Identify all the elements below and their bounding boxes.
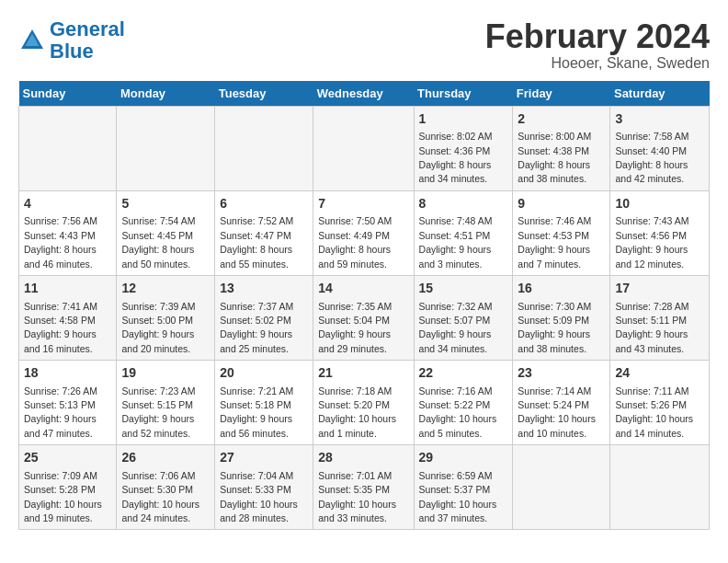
weekday-header: Thursday: [414, 81, 513, 107]
page-title: February 2024: [485, 18, 710, 55]
weekday-header: Saturday: [610, 81, 710, 107]
weekday-header: Wednesday: [313, 81, 414, 107]
day-number: 16: [518, 280, 605, 298]
day-info: Sunrise: 7:37 AMSunset: 5:02 PMDaylight:…: [220, 301, 293, 354]
logo: General Blue: [18, 18, 125, 63]
day-info: Sunrise: 7:48 AMSunset: 4:51 PMDaylight:…: [419, 215, 493, 269]
calendar-cell: 16Sunrise: 7:30 AMSunset: 5:09 PMDayligh…: [513, 275, 610, 360]
logo-line1: General: [50, 17, 125, 40]
weekday-header-row: SundayMondayTuesdayWednesdayThursdayFrid…: [19, 81, 710, 107]
calendar-cell: 2Sunrise: 8:00 AMSunset: 4:38 PMDaylight…: [513, 106, 610, 190]
day-number: 8: [419, 195, 508, 213]
day-number: 10: [615, 195, 704, 213]
calendar-cell: 15Sunrise: 7:32 AMSunset: 5:07 PMDayligh…: [414, 275, 513, 360]
day-number: 24: [615, 364, 704, 383]
day-number: 9: [518, 195, 605, 213]
weekday-header: Sunday: [19, 81, 117, 107]
day-number: 1: [419, 110, 508, 129]
day-info: Sunrise: 7:54 AMSunset: 4:45 PMDaylight:…: [121, 215, 195, 269]
day-info: Sunrise: 7:56 AMSunset: 4:43 PMDaylight:…: [24, 215, 97, 269]
calendar-cell: 18Sunrise: 7:26 AMSunset: 5:13 PMDayligh…: [19, 361, 117, 445]
calendar-cell: 3Sunrise: 7:58 AMSunset: 4:40 PMDaylight…: [610, 106, 710, 190]
logo-text: General Blue: [50, 18, 125, 63]
calendar-cell: 29Sunrise: 6:59 AMSunset: 5:37 PMDayligh…: [414, 445, 513, 530]
logo-line2: Blue: [50, 40, 94, 63]
day-number: 6: [220, 195, 308, 213]
day-number: 4: [24, 195, 111, 213]
day-info: Sunrise: 7:43 AMSunset: 4:56 PMDaylight:…: [615, 215, 688, 269]
day-number: 11: [24, 280, 111, 298]
day-number: 23: [518, 364, 605, 383]
day-number: 13: [220, 280, 308, 298]
header: General Blue February 2024 Hoeoer, Skane…: [18, 18, 710, 72]
day-info: Sunrise: 8:00 AMSunset: 4:38 PMDaylight:…: [518, 131, 591, 184]
calendar-cell: 27Sunrise: 7:04 AMSunset: 5:33 PMDayligh…: [215, 445, 313, 530]
calendar-week-row: 18Sunrise: 7:26 AMSunset: 5:13 PMDayligh…: [19, 361, 710, 445]
day-info: Sunrise: 7:39 AMSunset: 5:00 PMDaylight:…: [121, 301, 195, 354]
day-number: 27: [220, 449, 308, 467]
day-info: Sunrise: 7:14 AMSunset: 5:24 PMDaylight:…: [518, 385, 596, 439]
day-info: Sunrise: 7:26 AMSunset: 5:13 PMDaylight:…: [24, 385, 97, 439]
day-info: Sunrise: 7:30 AMSunset: 5:09 PMDaylight:…: [518, 301, 591, 354]
calendar-cell: 8Sunrise: 7:48 AMSunset: 4:51 PMDaylight…: [414, 190, 513, 275]
title-block: February 2024 Hoeoer, Skane, Sweden: [485, 18, 710, 72]
calendar-cell: 26Sunrise: 7:06 AMSunset: 5:30 PMDayligh…: [117, 445, 215, 530]
calendar-cell: 13Sunrise: 7:37 AMSunset: 5:02 PMDayligh…: [215, 275, 313, 360]
day-number: 20: [220, 364, 308, 383]
calendar-cell: 1Sunrise: 8:02 AMSunset: 4:36 PMDaylight…: [414, 106, 513, 190]
day-info: Sunrise: 7:09 AMSunset: 5:28 PMDaylight:…: [24, 470, 102, 523]
day-info: Sunrise: 7:16 AMSunset: 5:22 PMDaylight:…: [419, 385, 497, 439]
calendar-cell: 10Sunrise: 7:43 AMSunset: 4:56 PMDayligh…: [610, 190, 710, 275]
calendar-cell: 23Sunrise: 7:14 AMSunset: 5:24 PMDayligh…: [513, 361, 610, 445]
calendar-week-row: 4Sunrise: 7:56 AMSunset: 4:43 PMDaylight…: [19, 190, 710, 275]
calendar-cell: [215, 106, 313, 190]
calendar-cell: 24Sunrise: 7:11 AMSunset: 5:26 PMDayligh…: [610, 361, 710, 445]
weekday-header: Monday: [117, 81, 215, 107]
calendar-cell: 12Sunrise: 7:39 AMSunset: 5:00 PMDayligh…: [117, 275, 215, 360]
calendar-week-row: 11Sunrise: 7:41 AMSunset: 4:58 PMDayligh…: [19, 275, 710, 360]
day-info: Sunrise: 7:18 AMSunset: 5:20 PMDaylight:…: [318, 385, 396, 439]
calendar-cell: [19, 106, 117, 190]
calendar-cell: [513, 445, 610, 530]
calendar-cell: 5Sunrise: 7:54 AMSunset: 4:45 PMDaylight…: [117, 190, 215, 275]
calendar-cell: 21Sunrise: 7:18 AMSunset: 5:20 PMDayligh…: [313, 361, 414, 445]
calendar-cell: 14Sunrise: 7:35 AMSunset: 5:04 PMDayligh…: [313, 275, 414, 360]
day-info: Sunrise: 7:21 AMSunset: 5:18 PMDaylight:…: [220, 385, 293, 439]
day-number: 26: [121, 449, 210, 467]
calendar-cell: [610, 445, 710, 530]
day-number: 18: [24, 364, 111, 383]
calendar-cell: 17Sunrise: 7:28 AMSunset: 5:11 PMDayligh…: [610, 275, 710, 360]
day-info: Sunrise: 6:59 AMSunset: 5:37 PMDaylight:…: [419, 470, 497, 523]
day-number: 17: [615, 280, 704, 298]
day-number: 28: [318, 449, 408, 467]
day-info: Sunrise: 7:06 AMSunset: 5:30 PMDaylight:…: [121, 470, 199, 523]
day-number: 21: [318, 364, 408, 383]
day-info: Sunrise: 7:50 AMSunset: 4:49 PMDaylight:…: [318, 215, 392, 269]
calendar-week-row: 25Sunrise: 7:09 AMSunset: 5:28 PMDayligh…: [19, 445, 710, 530]
calendar-cell: 20Sunrise: 7:21 AMSunset: 5:18 PMDayligh…: [215, 361, 313, 445]
day-number: 29: [419, 449, 508, 467]
day-info: Sunrise: 8:02 AMSunset: 4:36 PMDaylight:…: [419, 131, 493, 184]
day-number: 25: [24, 449, 111, 467]
calendar-cell: 25Sunrise: 7:09 AMSunset: 5:28 PMDayligh…: [19, 445, 117, 530]
day-number: 2: [518, 110, 605, 129]
day-info: Sunrise: 7:58 AMSunset: 4:40 PMDaylight:…: [615, 131, 688, 184]
page-subtitle: Hoeoer, Skane, Sweden: [485, 55, 710, 72]
day-info: Sunrise: 7:41 AMSunset: 4:58 PMDaylight:…: [24, 301, 97, 354]
calendar-cell: [117, 106, 215, 190]
day-info: Sunrise: 7:11 AMSunset: 5:26 PMDaylight:…: [615, 385, 693, 439]
calendar-cell: 9Sunrise: 7:46 AMSunset: 4:53 PMDaylight…: [513, 190, 610, 275]
day-number: 7: [318, 195, 408, 213]
weekday-header: Friday: [513, 81, 610, 107]
day-number: 14: [318, 280, 408, 298]
day-info: Sunrise: 7:04 AMSunset: 5:33 PMDaylight:…: [220, 470, 298, 523]
day-info: Sunrise: 7:23 AMSunset: 5:15 PMDaylight:…: [121, 385, 195, 439]
calendar-week-row: 1Sunrise: 8:02 AMSunset: 4:36 PMDaylight…: [19, 106, 710, 190]
day-info: Sunrise: 7:28 AMSunset: 5:11 PMDaylight:…: [615, 301, 688, 354]
day-info: Sunrise: 7:46 AMSunset: 4:53 PMDaylight:…: [518, 215, 591, 269]
calendar-cell: [313, 106, 414, 190]
day-info: Sunrise: 7:35 AMSunset: 5:04 PMDaylight:…: [318, 301, 392, 354]
day-number: 22: [419, 364, 508, 383]
calendar-cell: 19Sunrise: 7:23 AMSunset: 5:15 PMDayligh…: [117, 361, 215, 445]
day-number: 19: [121, 364, 210, 383]
